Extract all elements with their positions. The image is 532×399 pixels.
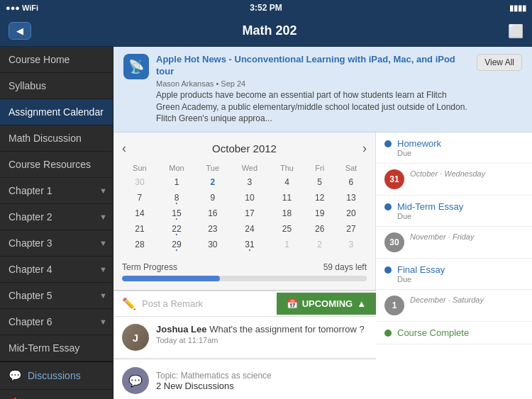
homework-text: Homework Due [397,138,441,157]
sidebar-item-submissions[interactable]: 📤 Submissions [0,390,113,399]
sidebar-item-chapter-5[interactable]: Chapter 5 ▼ [0,283,113,309]
calendar-day[interactable]: 18 [270,206,304,221]
mid-term-essay-label: Mid-Term Essay [9,342,79,354]
sidebar-item-chapter-1[interactable]: Chapter 1 ▼ [0,178,113,204]
homework-title[interactable]: Homework [397,138,441,149]
course-home-label: Course Home [9,54,70,65]
nov30-label: November · Friday [410,232,474,241]
upcoming-date-oct31: 31 October · Wednesday [376,164,532,196]
calendar-panel: ‹ October 2012 › Sun Mon Tue Wed T [113,133,376,290]
course-resources-label: Course Resources [9,159,91,170]
upcoming-midterm: Mid-Term Essay Due [376,196,532,227]
status-time: 3:52 PM [250,3,282,13]
calendar-day[interactable]: 17 [229,206,270,221]
chapter-6-label: Chapter 6 [9,316,52,327]
sidebar-item-discussions[interactable]: 💬 Discussions [0,362,113,390]
cal-header-wed: Wed [229,162,270,174]
sidebar-item-chapter-3[interactable]: Chapter 3 ▼ [0,230,113,257]
comment-author: Joshua Lee [156,324,207,335]
midterm-title[interactable]: Mid-Term Essay [397,201,463,212]
sidebar-item-course-resources[interactable]: Course Resources [0,152,113,178]
chapter-4-label: Chapter 4 [9,264,52,275]
calendar-day[interactable]: 21 [122,221,157,237]
sidebar-item-course-home[interactable]: Course Home [0,47,113,73]
calendar-day[interactable]: 6 [336,174,367,190]
oct31-label: October · Wednesday [410,169,485,178]
discussion-count: 2 New Discussions [156,381,272,391]
sidebar-item-chapter-6[interactable]: Chapter 6 ▼ [0,309,113,335]
midterm-dot [384,203,392,210]
calendar-day[interactable]: 7 [122,190,157,206]
calendar-day[interactable]: 26 [304,221,336,237]
calendar-day[interactable]: 14 [122,206,157,221]
calendar-month-label: October 2012 [212,142,277,154]
calendar-day[interactable]: 31 [229,237,270,252]
avatar-initial: J [133,332,138,344]
calendar-day[interactable]: 8 [157,190,196,206]
calendar-day[interactable]: 13 [336,190,367,206]
calendar-day[interactable]: 27 [336,221,367,237]
final-title[interactable]: Final Essay [397,264,445,275]
avatar: J [122,324,149,351]
comments-section: J Joshua Lee What's the assignment for t… [113,316,376,399]
chapter-2-chevron-icon: ▼ [99,213,107,221]
sidebar-item-syllabus[interactable]: Syllabus [0,73,113,99]
sidebar-item-chapter-4[interactable]: Chapter 4 ▼ [0,257,113,283]
term-days-left: 59 days left [323,262,367,272]
calendar-day[interactable]: 25 [270,221,304,237]
calendar-day[interactable]: 10 [229,190,270,206]
upcoming-final: Final Essay Due [376,259,532,290]
calendar-day[interactable]: 24 [229,221,270,237]
pencil-icon: ✏️ [122,297,136,310]
share-icon[interactable]: ⬜ [508,23,523,39]
final-dot [384,266,392,274]
math-discussion-label: Math Discussion [9,133,82,144]
calendar-day[interactable]: 20 [336,206,367,221]
calendar-day[interactable]: 19 [304,206,336,221]
calendar-day[interactable]: 2 [196,174,229,190]
comment-content: What's the assignment for tomorrow ? [209,324,365,335]
news-date-value: Sep 24 [221,79,245,88]
discussion-icon: 💬 [122,367,149,394]
post-remark-area[interactable]: ✏️ Post a Remark [113,291,277,316]
news-banner: 📡 Apple Hot News - Unconventional Learni… [113,47,532,133]
calendar-day[interactable]: 2 [304,237,336,252]
calendar-day[interactable]: 30 [122,174,157,190]
main-layout: Course Home Syllabus Assignment Calendar… [0,47,532,399]
back-button[interactable]: ◀ [9,22,31,40]
calendar-day[interactable]: 12 [304,190,336,206]
calendar-prev-button[interactable]: ‹ [122,141,126,156]
calendar-day[interactable]: 5 [304,174,336,190]
calendar-day[interactable]: 30 [196,237,229,252]
progress-bar-background [122,276,367,281]
calendar-day[interactable]: 3 [336,237,367,252]
sidebar-item-math-discussion[interactable]: Math Discussion [0,125,113,152]
upcoming-date-nov30: 30 November · Friday [376,227,532,259]
news-text: Apple Hot News - Unconventional Learning… [156,54,470,125]
chapter-6-chevron-icon: ▼ [99,317,107,326]
news-title[interactable]: Apple Hot News - Unconventional Learning… [156,54,470,78]
sidebar-item-mid-term-essay[interactable]: Mid-Term Essay [0,335,113,361]
calendar-day[interactable]: 16 [196,206,229,221]
sidebar-item-assignment-calendar[interactable]: Assignment Calendar [0,99,113,125]
calendar-day[interactable]: 22 [157,221,196,237]
sidebar-item-chapter-2[interactable]: Chapter 2 ▼ [0,204,113,230]
chapter-2-label: Chapter 2 [9,211,52,223]
final-text: Final Essay Due [397,264,445,283]
news-icon: 📡 [123,54,149,79]
calendar-day[interactable]: 29 [157,237,196,252]
calendar-day[interactable]: 9 [196,190,229,206]
calendar-day[interactable]: 3 [229,174,270,190]
calendar-day[interactable]: 23 [196,221,229,237]
calendar-day[interactable]: 1 [157,174,196,190]
calendar-day[interactable]: 28 [122,237,157,252]
calendar-day[interactable]: 1 [270,237,304,252]
calendar-day[interactable]: 11 [270,190,304,206]
calendar-day[interactable]: 15 [157,206,196,221]
calendar-next-button[interactable]: › [362,141,367,156]
battery-icon: ▮▮▮▮ [509,4,526,13]
upcoming-button[interactable]: 📅 UPCOMING ▲ [277,293,376,315]
view-all-button[interactable]: View All [477,54,522,71]
calendar-grid: Sun Mon Tue Wed Thu Fri Sat 301234567891… [122,162,367,252]
calendar-day[interactable]: 4 [270,174,304,190]
